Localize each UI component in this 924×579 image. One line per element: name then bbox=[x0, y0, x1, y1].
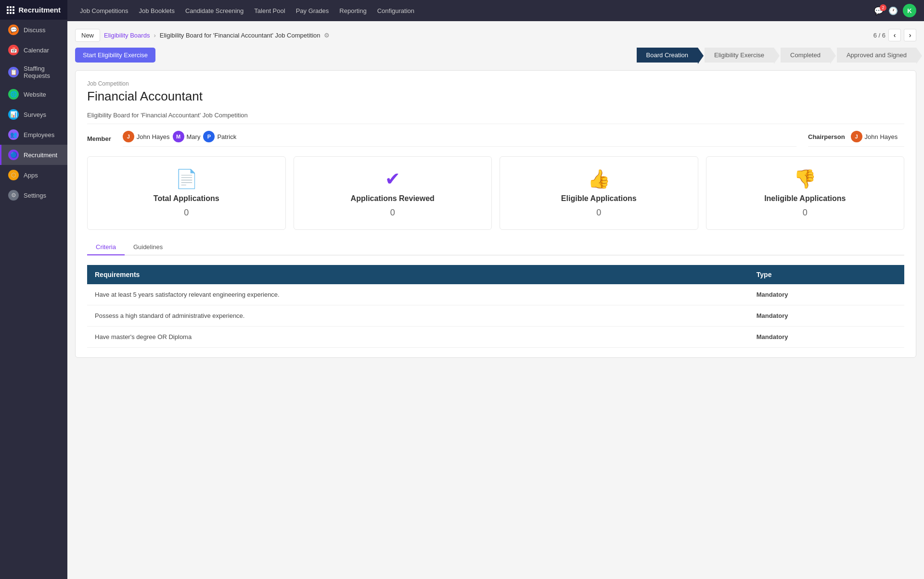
main-card: Job Competition Financial Accountant Eli… bbox=[75, 70, 916, 358]
stats-grid: 📄 Total Applications 0✔ Applications Rev… bbox=[87, 156, 904, 230]
col-type: Type bbox=[749, 265, 904, 284]
content: New Eligibility Boards › Eligibility Boa… bbox=[67, 21, 924, 579]
stat-label: Ineligible Applications bbox=[764, 194, 846, 203]
member-label: Member bbox=[87, 135, 111, 142]
req-type: Mandatory bbox=[749, 284, 904, 305]
sidebar-brand: Recruitment bbox=[18, 6, 61, 14]
stat-icon-check: ✔ bbox=[385, 168, 400, 189]
pagination: 6 / 6 ‹ › bbox=[873, 29, 916, 41]
sidebar-icon: 💬 bbox=[8, 25, 19, 35]
sidebar-item-website[interactable]: 🌐 Website bbox=[0, 84, 67, 104]
nav-link-job-booklets[interactable]: Job Booklets bbox=[134, 5, 179, 16]
req-text: Have at least 5 years satisfactory relev… bbox=[87, 284, 749, 305]
prev-page-button[interactable]: ‹ bbox=[888, 29, 901, 41]
settings-icon[interactable]: ⚙ bbox=[324, 32, 330, 39]
nav-link-job-competitions[interactable]: Job Competitions bbox=[75, 5, 133, 16]
tab-criteria[interactable]: Criteria bbox=[87, 239, 125, 255]
top-nav: Job CompetitionsJob BookletsCandidate Sc… bbox=[67, 0, 924, 21]
nav-link-pay-grades[interactable]: Pay Grades bbox=[291, 5, 334, 16]
job-section-label: Job Competition bbox=[87, 80, 904, 87]
tab-guidelines[interactable]: Guidelines bbox=[125, 239, 171, 255]
sidebar-header: Recruitment bbox=[0, 0, 67, 20]
stage-eligibility-exercise[interactable]: Eligibility Exercise bbox=[705, 48, 774, 63]
chairperson-avatar: J bbox=[851, 131, 862, 142]
stat-value: 0 bbox=[803, 208, 808, 218]
sidebar-item-surveys[interactable]: 📊 Surveys bbox=[0, 104, 67, 125]
table-header: Requirements Type bbox=[87, 265, 904, 284]
member-avatar: M bbox=[173, 131, 184, 142]
notification-badge: 2 bbox=[880, 4, 886, 11]
sidebar-icon: ⬡ bbox=[8, 170, 19, 180]
clock-icon[interactable]: 🕐 bbox=[888, 6, 898, 15]
sidebar-item-staffing-requests[interactable]: 📋 Staffing Requests bbox=[0, 60, 67, 84]
nav-link-reporting[interactable]: Reporting bbox=[334, 5, 371, 16]
stat-label: Applications Reviewed bbox=[351, 194, 435, 203]
top-nav-right: 💬 2 🕐 K bbox=[874, 4, 916, 17]
stat-value: 0 bbox=[390, 208, 395, 218]
col-requirements: Requirements bbox=[87, 265, 749, 284]
sidebar-label: Calendar bbox=[24, 47, 49, 54]
stage-approved-and-signed[interactable]: Approved and Signed bbox=[837, 48, 916, 63]
stat-icon-thumbdown: 👎 bbox=[794, 168, 816, 189]
sidebar-label: Discuss bbox=[24, 26, 46, 34]
member-name: John Hayes bbox=[137, 133, 170, 140]
sidebar-label: Website bbox=[24, 91, 46, 98]
breadcrumb-area: New Eligibility Boards › Eligibility Boa… bbox=[75, 29, 330, 42]
nav-link-configuration[interactable]: Configuration bbox=[372, 5, 419, 16]
requirements-table: Requirements Type Have at least 5 years … bbox=[87, 265, 904, 348]
new-button[interactable]: New bbox=[75, 29, 100, 42]
sidebar-item-apps[interactable]: ⬡ Apps bbox=[0, 165, 67, 185]
stat-card-total-applications: 📄 Total Applications 0 bbox=[87, 156, 286, 230]
chairperson-label: Chairperson bbox=[808, 133, 845, 140]
sidebar-label: Employees bbox=[24, 131, 54, 138]
page-header: New Eligibility Boards › Eligibility Boa… bbox=[75, 29, 916, 42]
sidebar-icon: 📊 bbox=[8, 109, 19, 120]
chairperson-chip: J John Hayes bbox=[851, 131, 898, 142]
user-avatar[interactable]: K bbox=[903, 4, 916, 17]
table-body: Have at least 5 years satisfactory relev… bbox=[87, 284, 904, 348]
sidebar-item-discuss[interactable]: 💬 Discuss bbox=[0, 20, 67, 40]
nav-link-talent-pool[interactable]: Talent Pool bbox=[249, 5, 290, 16]
status-bar: Start Eligibility Exercise Board Creatio… bbox=[75, 48, 916, 63]
nav-link-candidate-screening[interactable]: Candidate Screening bbox=[180, 5, 248, 16]
stat-card-applications-reviewed: ✔ Applications Reviewed 0 bbox=[294, 156, 492, 230]
breadcrumb-parent[interactable]: Eligibility Boards bbox=[104, 32, 150, 39]
sidebar-label: Staffing Requests bbox=[24, 65, 61, 79]
sidebar-label: Settings bbox=[24, 192, 46, 199]
messages-icon[interactable]: 💬 2 bbox=[874, 6, 884, 15]
sidebar-icon: ⚙ bbox=[8, 190, 19, 201]
member-chip-john-hayes[interactable]: J John Hayes bbox=[123, 131, 170, 142]
member-avatar: J bbox=[123, 131, 134, 142]
stage-completed[interactable]: Completed bbox=[781, 48, 830, 63]
member-chip-patrick[interactable]: P Patrick bbox=[203, 131, 236, 142]
start-eligibility-button[interactable]: Start Eligibility Exercise bbox=[75, 48, 155, 63]
req-type: Mandatory bbox=[749, 327, 904, 348]
stat-card-ineligible-applications: 👎 Ineligible Applications 0 bbox=[706, 156, 905, 230]
stat-card-eligible-applications: 👍 Eligible Applications 0 bbox=[500, 156, 698, 230]
member-chip-mary[interactable]: M Mary bbox=[173, 131, 201, 142]
sidebar-item-recruitment[interactable]: 🔵 Recruitment bbox=[0, 145, 67, 165]
sidebar-icon: 📅 bbox=[8, 45, 19, 55]
req-text: Possess a high standard of administrativ… bbox=[87, 305, 749, 327]
stat-label: Total Applications bbox=[154, 194, 219, 203]
stat-value: 0 bbox=[184, 208, 189, 218]
main-area: Job CompetitionsJob BookletsCandidate Sc… bbox=[67, 0, 924, 579]
stage-board-creation[interactable]: Board Creation bbox=[637, 48, 698, 63]
board-title: Eligibility Board for 'Financial Account… bbox=[87, 112, 904, 124]
next-page-button[interactable]: › bbox=[904, 29, 916, 41]
member-chips: J John HayesM MaryP Patrick bbox=[123, 131, 796, 147]
member-row: Member J John HayesM MaryP Patrick Chair… bbox=[87, 131, 904, 147]
sidebar-item-calendar[interactable]: 📅 Calendar bbox=[0, 40, 67, 60]
table-row: Possess a high standard of administrativ… bbox=[87, 305, 904, 327]
sidebar-item-employees[interactable]: 👥 Employees bbox=[0, 125, 67, 145]
chairperson-name: John Hayes bbox=[865, 133, 898, 140]
stat-icon-thumbup: 👍 bbox=[588, 168, 610, 189]
member-name: Mary bbox=[187, 133, 201, 140]
member-name: Patrick bbox=[217, 133, 236, 140]
breadcrumb-current: Eligibility Board for 'Financial Account… bbox=[160, 32, 321, 39]
sidebar-icon: 🌐 bbox=[8, 89, 19, 100]
stat-icon-doc: 📄 bbox=[175, 168, 198, 189]
sidebar-item-settings[interactable]: ⚙ Settings bbox=[0, 185, 67, 205]
sidebar-icon: 📋 bbox=[8, 67, 19, 77]
pagination-display: 6 / 6 bbox=[873, 32, 886, 39]
